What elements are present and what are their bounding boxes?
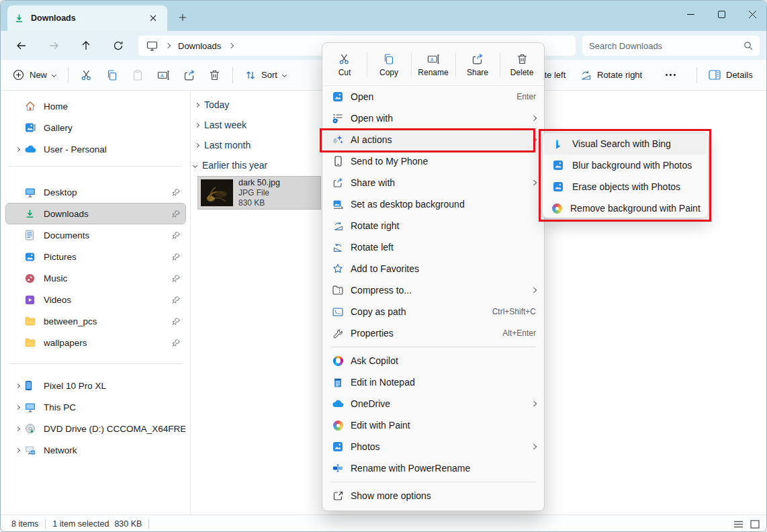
- breadcrumb-downloads[interactable]: Downloads: [178, 41, 221, 51]
- rotate-right-button[interactable]: Rotate right: [573, 66, 649, 85]
- sidebar-item-this-pc[interactable]: This PC: [6, 397, 185, 417]
- menu-item-rotate-left[interactable]: Rotate left: [324, 236, 543, 258]
- group-today[interactable]: Today: [195, 97, 229, 113]
- divider: [9, 166, 182, 167]
- sidebar-item-user-personal[interactable]: User - Personal: [6, 139, 185, 159]
- menu-item-edit-in-notepad[interactable]: Edit in Notepad: [324, 371, 543, 393]
- details-pane-icon: [709, 70, 721, 80]
- sidebar-item-gallery[interactable]: Gallery: [6, 118, 185, 138]
- menu-item-ask-copilot[interactable]: Ask Copilot: [324, 350, 543, 371]
- large-icons-view-icon[interactable]: [750, 520, 760, 529]
- new-tab-button[interactable]: [174, 9, 191, 26]
- menu-item-rotate-right[interactable]: Rotate right: [324, 215, 543, 236]
- dvd-icon: [25, 423, 38, 434]
- menu-item-rename-with-powerrename[interactable]: Rename with PowerRename: [324, 457, 543, 479]
- sidebar-item-music[interactable]: Music: [6, 268, 185, 288]
- onedrive-icon: [332, 400, 344, 408]
- share-button[interactable]: [177, 65, 202, 85]
- group-earlier-this-year[interactable]: Earlier this year: [193, 157, 267, 173]
- delete-button[interactable]: [202, 65, 227, 85]
- menu-item-share-with[interactable]: Share with: [324, 172, 543, 193]
- sidebar-item-videos[interactable]: Videos: [6, 290, 185, 310]
- menu-item-copy-as-path[interactable]: Copy as path Ctrl+Shift+C: [324, 301, 543, 322]
- breadcrumb-chevron-icon[interactable]: [228, 43, 234, 48]
- menu-item-onedrive[interactable]: OneDrive: [324, 393, 543, 414]
- menu-item-add-to-favorites[interactable]: Add to Favorites: [324, 258, 543, 279]
- close-button[interactable]: [737, 1, 767, 28]
- menu-item-set-as-desktop-background[interactable]: Set as desktop background: [324, 193, 543, 215]
- sidebar-item-downloads[interactable]: Downloads: [6, 204, 185, 224]
- open-with-icon: [332, 113, 344, 124]
- submenu-item-visual-search-with-bing[interactable]: Visual Search with Bing: [544, 133, 707, 154]
- sidebar-item-pixel-10-pro-xl[interactable]: Pixel 10 Pro XL: [6, 375, 185, 396]
- copy-button[interactable]: [99, 65, 125, 85]
- minimize-button[interactable]: [675, 1, 706, 28]
- sidebar-item-desktop[interactable]: Desktop: [6, 182, 185, 202]
- menu-item-open[interactable]: Open Enter: [324, 86, 543, 107]
- see-more-icon[interactable]: [659, 74, 682, 76]
- svg-text:A: A: [161, 73, 164, 77]
- search-input[interactable]: [589, 41, 743, 51]
- menu-item-properties[interactable]: Properties Alt+Enter: [324, 322, 543, 344]
- menu-item-open-with[interactable]: Open with: [324, 107, 543, 129]
- maximize-button[interactable]: [706, 1, 737, 28]
- file-type: JPG File: [238, 188, 280, 197]
- sidebar-item-dvd-drive[interactable]: DVD Drive (D:) CCCOMA_X64FRE_EN-US_D: [6, 418, 185, 439]
- divider: [45, 519, 46, 529]
- tab-close-icon[interactable]: [146, 11, 161, 26]
- up-button[interactable]: [75, 36, 97, 56]
- group-last-week[interactable]: Last week: [195, 117, 246, 133]
- copy-icon: [106, 69, 118, 81]
- menu-item-send-to-my-phone[interactable]: Send to My Phone: [324, 150, 543, 172]
- sidebar-item-network[interactable]: Network: [6, 440, 185, 460]
- expand-chevron-icon[interactable]: [10, 406, 25, 409]
- photos-icon: [332, 91, 344, 102]
- powerrename-icon: [332, 464, 344, 472]
- menu-item-compress-to[interactable]: Compress to...: [324, 279, 543, 301]
- ai-sparkles-icon: [332, 134, 344, 145]
- sidebar-item-home[interactable]: Home: [6, 96, 185, 116]
- tab-downloads[interactable]: Downloads: [7, 5, 167, 31]
- sidebar-item-between-pcs[interactable]: between_pcs: [6, 311, 185, 331]
- expand-chevron-icon[interactable]: [10, 384, 25, 388]
- submenu-chevron-icon: [531, 287, 537, 293]
- details-view-icon[interactable]: [733, 520, 743, 529]
- paste-button[interactable]: [125, 65, 150, 85]
- sidebar-item-wallpapers[interactable]: wallpapers: [6, 332, 185, 353]
- back-button[interactable]: [10, 36, 33, 56]
- refresh-button[interactable]: [107, 36, 130, 56]
- music-icon: [25, 273, 38, 283]
- sidebar-item-pictures[interactable]: Pictures: [6, 247, 185, 267]
- cut-button[interactable]: [74, 65, 99, 85]
- menu-item-edit-with-paint[interactable]: Edit with Paint: [324, 414, 543, 436]
- trash-icon: [516, 53, 528, 65]
- file-item-selected[interactable]: dark 50.jpg JPG File 830 KB: [198, 177, 320, 209]
- desktop-icon: [25, 187, 38, 197]
- menu-item-ai-actions[interactable]: AI actions: [324, 129, 543, 150]
- expand-chevron-icon[interactable]: [10, 427, 25, 431]
- new-button[interactable]: New: [6, 65, 62, 85]
- submenu-item-blur-background-with-photos[interactable]: Blur background with Photos: [544, 154, 707, 176]
- sort-button[interactable]: Sort: [238, 66, 293, 85]
- copy-button[interactable]: Copy: [367, 44, 411, 85]
- phone-icon: [25, 380, 38, 391]
- group-last-month[interactable]: Last month: [195, 137, 251, 153]
- menu-item-photos[interactable]: Photos: [324, 436, 543, 457]
- details-button[interactable]: Details: [702, 66, 760, 84]
- cut-button[interactable]: Cut: [322, 44, 367, 85]
- desktop-background-icon: [332, 200, 344, 210]
- menu-item-show-more-options[interactable]: Show more options: [324, 485, 543, 506]
- rename-button[interactable]: A Rename: [411, 44, 455, 85]
- expand-chevron-icon[interactable]: [10, 148, 25, 151]
- share-button[interactable]: Share: [455, 44, 500, 85]
- file-size: 830 KB: [238, 198, 280, 208]
- rename-button[interactable]: A: [150, 65, 177, 85]
- forward-button[interactable]: [42, 36, 65, 56]
- expand-chevron-icon[interactable]: [10, 449, 25, 452]
- submenu-item-erase-objects-with-photos[interactable]: Erase objects with Photos: [544, 176, 707, 197]
- sidebar-item-documents[interactable]: Documents: [6, 225, 185, 245]
- search-box[interactable]: [582, 36, 760, 56]
- pin-icon: [169, 296, 183, 304]
- delete-button[interactable]: Delete: [500, 44, 544, 85]
- submenu-item-remove-background-with-paint[interactable]: Remove background with Paint: [544, 197, 707, 219]
